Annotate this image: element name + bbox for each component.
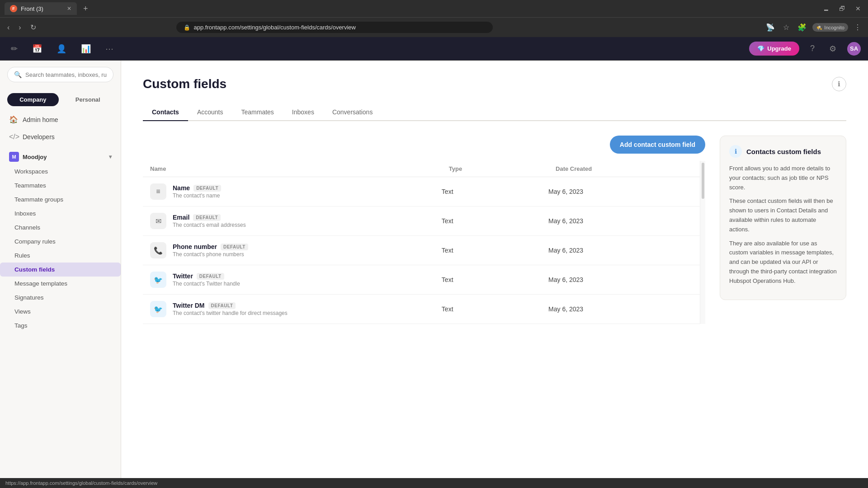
home-icon: 🏠: [9, 115, 18, 124]
field-desc: The contact's twitter handle for direct …: [173, 310, 434, 316]
browser-tab[interactable]: F Front (3) ✕: [5, 2, 77, 15]
table-row: 🐦 Twitter DM DEFAULT The contact's twi: [143, 295, 705, 324]
url-text: app.frontapp.com/settings/global/custom-…: [194, 24, 486, 31]
cast-icon[interactable]: 📡: [764, 22, 777, 33]
field-icon-twitter-dm: 🐦: [150, 301, 166, 317]
incognito-badge: 🕵 Incognito: [812, 23, 848, 32]
menu-icon[interactable]: ⋮: [852, 22, 863, 33]
default-badge: DEFAULT: [193, 214, 221, 221]
sidebar-item-company-rules[interactable]: Company rules: [0, 235, 121, 249]
add-contact-custom-field-button[interactable]: Add contact custom field: [610, 136, 705, 154]
analytics-icon[interactable]: 📊: [77, 41, 94, 56]
field-date: May 6, 2023: [548, 276, 621, 283]
info-panel-para-3: They are also available for use as custo…: [729, 239, 837, 286]
company-button[interactable]: Company: [7, 93, 59, 106]
help-icon[interactable]: ?: [807, 41, 818, 56]
refresh-button[interactable]: ↻: [28, 22, 39, 33]
info-panel-para-2: These contact custom fields will then be…: [729, 197, 837, 234]
upgrade-button[interactable]: 💎 Upgrade: [749, 42, 799, 56]
fields-table: Name Type Date Created: [143, 161, 705, 324]
info-panel: ℹ Contacts custom fields Front allows yo…: [720, 136, 846, 300]
new-tab-button[interactable]: +: [80, 3, 91, 14]
field-date: May 6, 2023: [548, 217, 621, 225]
status-url: https://app.frontapp.com/settings/global…: [5, 480, 157, 486]
info-panel-icon: ℹ: [729, 145, 742, 158]
avatar[interactable]: SA: [847, 42, 861, 56]
field-date: May 6, 2023: [548, 305, 621, 313]
sidebar-item-workspaces[interactable]: Workspaces: [0, 164, 121, 178]
sidebar-item-views[interactable]: Views: [0, 305, 121, 319]
search-box[interactable]: 🔍: [7, 67, 113, 82]
sidebar-item-inboxes[interactable]: Inboxes: [0, 206, 121, 221]
tab-conversations[interactable]: Conversations: [323, 104, 382, 121]
sidebar: 🔍 Company Personal 🏠 Admin home </> Deve…: [0, 61, 121, 478]
incognito-icon: 🕵: [816, 24, 822, 30]
maximize-button[interactable]: 🗗: [836, 4, 848, 13]
contacts-icon[interactable]: 👤: [53, 41, 70, 56]
extensions-icon[interactable]: 🧩: [795, 22, 809, 33]
tab-accounts[interactable]: Accounts: [188, 104, 232, 121]
tab-inboxes[interactable]: Inboxes: [283, 104, 323, 121]
default-badge: DEFAULT: [197, 273, 224, 280]
tabs-bar: Contacts Accounts Teammates Inboxes Conv…: [143, 104, 846, 121]
incognito-label: Incognito: [824, 25, 844, 30]
tab-favicon: F: [10, 5, 17, 12]
tab-contacts[interactable]: Contacts: [143, 104, 188, 121]
tab-teammates[interactable]: Teammates: [232, 104, 283, 121]
org-section-header: M Moodjoy ▾: [0, 145, 121, 164]
field-desc: The contact's Twitter handle: [173, 281, 434, 287]
sidebar-item-tags[interactable]: Tags: [0, 319, 121, 333]
org-name: Moodjoy: [23, 154, 47, 160]
field-date: May 6, 2023: [548, 188, 621, 195]
field-type: Text: [442, 217, 496, 225]
calendar-icon[interactable]: 📅: [28, 41, 46, 56]
developers-label: Developers: [23, 133, 55, 141]
org-initial: M: [9, 152, 19, 162]
info-panel-header: ℹ Contacts custom fields: [729, 145, 837, 158]
bookmark-icon[interactable]: ☆: [781, 22, 792, 33]
field-date: May 6, 2023: [548, 247, 621, 254]
field-name-text: Twitter DM: [173, 302, 205, 309]
table-section: Add contact custom field Name Type Date …: [143, 136, 705, 324]
field-icon-email: ✉: [150, 213, 166, 229]
org-toggle[interactable]: ▾: [109, 154, 112, 160]
field-icon-name: ≡: [150, 183, 166, 200]
col-date: Date Created: [548, 161, 691, 177]
field-desc: The contact's phone numbers: [173, 251, 434, 258]
page-title: Custom fields: [143, 77, 846, 91]
search-input[interactable]: [25, 71, 107, 78]
settings-icon[interactable]: ⚙: [826, 41, 840, 56]
compose-icon[interactable]: ✏: [7, 41, 21, 56]
url-bar[interactable]: 🔒 app.frontapp.com/settings/global/custo…: [176, 22, 493, 33]
default-badge: DEFAULT: [221, 244, 248, 250]
code-icon: </>: [9, 133, 18, 141]
upgrade-icon: 💎: [757, 45, 764, 52]
content-area: Add contact custom field Name Type Date …: [143, 136, 846, 324]
sidebar-item-message-templates[interactable]: Message templates: [0, 277, 121, 291]
field-name-text: Phone number: [173, 243, 217, 250]
minimize-button[interactable]: 🗕: [820, 4, 832, 13]
sidebar-item-admin-home[interactable]: 🏠 Admin home: [0, 111, 121, 128]
scroll-indicator[interactable]: [700, 161, 705, 324]
field-desc: The contact's name: [173, 192, 434, 199]
default-badge: DEFAULT: [208, 302, 236, 309]
page-info-icon[interactable]: ℹ: [832, 77, 846, 91]
sidebar-item-teammates[interactable]: Teammates: [0, 178, 121, 192]
table-header-row: Add contact custom field: [143, 136, 705, 154]
sidebar-item-developers[interactable]: </> Developers: [0, 128, 121, 145]
forward-button[interactable]: ›: [16, 23, 24, 33]
search-icon: 🔍: [14, 71, 22, 78]
close-window-button[interactable]: ✕: [853, 4, 863, 13]
back-button[interactable]: ‹: [5, 23, 12, 33]
info-panel-title: Contacts custom fields: [746, 148, 821, 155]
field-desc: The contact's email addresses: [173, 222, 434, 228]
more-icon[interactable]: ⋯: [102, 41, 117, 56]
tab-close-button[interactable]: ✕: [67, 5, 71, 12]
sidebar-item-teammate-groups[interactable]: Teammate groups: [0, 192, 121, 206]
sidebar-item-custom-fields[interactable]: Custom fields: [0, 263, 121, 277]
sidebar-item-channels[interactable]: Channels: [0, 221, 121, 235]
sidebar-item-rules[interactable]: Rules: [0, 249, 121, 263]
table-row: ✉ Email DEFAULT The contact's email add: [143, 206, 705, 236]
personal-button[interactable]: Personal: [62, 93, 114, 106]
sidebar-item-signatures[interactable]: Signatures: [0, 291, 121, 305]
